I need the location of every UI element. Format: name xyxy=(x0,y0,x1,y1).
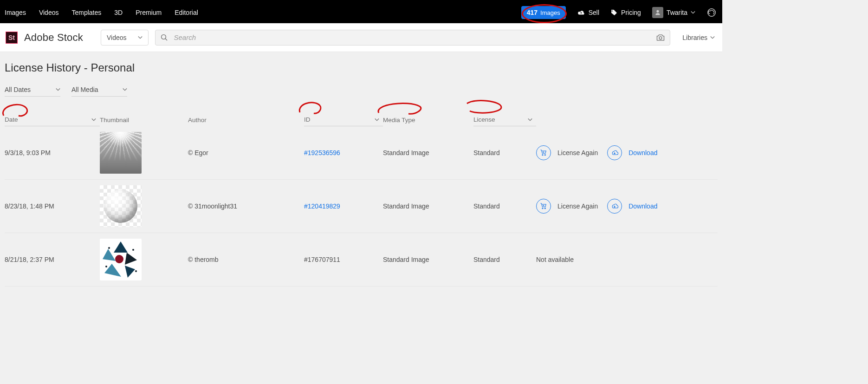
svg-point-15 xyxy=(105,266,107,267)
table-row: 8/23/18, 1:48 PM © 31moonlight31 #120419… xyxy=(5,180,718,233)
cell-author: © 31moonlight31 xyxy=(188,202,304,210)
global-nav: Images Videos Templates 3D Premium Edito… xyxy=(0,2,722,23)
cell-license: Standard xyxy=(473,149,536,156)
download-button[interactable] xyxy=(607,145,622,160)
nav-pricing[interactable]: Pricing xyxy=(610,9,641,16)
chevron-down-icon xyxy=(123,87,127,92)
svg-marker-8 xyxy=(103,249,116,261)
svg-point-5 xyxy=(542,208,543,209)
asset-id-link[interactable]: #192536596 xyxy=(304,149,340,156)
cell-date: 8/21/18, 2:37 PM xyxy=(5,256,100,263)
chevron-down-icon xyxy=(710,35,715,40)
cell-license: Standard xyxy=(473,256,536,263)
cell-media-type: Standard Image xyxy=(383,149,473,156)
svg-point-3 xyxy=(542,155,543,156)
cell-author: © theromb xyxy=(188,256,304,263)
cell-id: #192536596 xyxy=(304,149,383,156)
nav-link-images[interactable]: Images xyxy=(5,9,26,16)
thumbnail-image[interactable] xyxy=(100,132,142,174)
col-media-type-label: Media Type xyxy=(383,117,415,124)
nav-sell-label: Sell xyxy=(589,9,599,16)
chevron-down-icon xyxy=(91,117,96,122)
svg-point-6 xyxy=(544,208,545,209)
cell-date: 8/23/18, 1:48 PM xyxy=(5,202,100,210)
libraries-label: Libraries xyxy=(682,34,707,41)
cell-license: Standard xyxy=(473,202,536,210)
filter-media[interactable]: All Media xyxy=(71,83,127,97)
svg-point-13 xyxy=(108,247,110,249)
license-again-label: License Again xyxy=(557,149,598,156)
page-title: License History - Personal xyxy=(5,61,718,74)
col-thumbnail: Thumbnail xyxy=(100,113,188,126)
license-again-button[interactable] xyxy=(536,199,551,214)
cell-author: © Egor xyxy=(188,149,304,156)
cell-thumbnail[interactable] xyxy=(100,185,188,227)
cell-thumbnail[interactable] xyxy=(100,132,188,174)
svg-point-14 xyxy=(132,249,134,251)
cell-id: #120419829 xyxy=(304,202,383,210)
images-credit-badge[interactable]: 417 Images xyxy=(521,6,566,19)
chevron-down-icon xyxy=(138,35,143,40)
col-author: Author xyxy=(188,113,304,126)
svg-point-4 xyxy=(544,155,545,156)
cell-thumbnail[interactable] xyxy=(100,239,188,280)
cell-media-type: Standard Image xyxy=(383,202,473,210)
svg-point-16 xyxy=(135,270,137,272)
download-link[interactable]: Download xyxy=(628,202,657,210)
cell-id: #176707911 xyxy=(304,256,383,263)
tag-icon xyxy=(610,9,618,16)
images-credit-label: Images xyxy=(540,9,560,16)
camera-icon[interactable] xyxy=(656,33,665,42)
filter-dates-value: All Dates xyxy=(5,86,31,93)
adobe-stock-logo-icon[interactable]: St xyxy=(6,32,18,44)
table-row: 8/21/18, 2:37 PM © theromb #176707911 St… xyxy=(5,233,718,286)
download-button[interactable] xyxy=(607,199,622,214)
nav-link-videos[interactable]: Videos xyxy=(39,9,59,16)
search-box[interactable] xyxy=(155,30,671,46)
nav-link-editorial[interactable]: Editorial xyxy=(175,9,198,16)
nav-link-premium[interactable]: Premium xyxy=(136,9,162,16)
nav-link-templates[interactable]: Templates xyxy=(71,9,101,16)
cell-media-type: Standard Image xyxy=(383,256,473,263)
global-nav-left: Images Videos Templates 3D Premium Edito… xyxy=(5,9,198,16)
svg-marker-12 xyxy=(125,266,135,278)
asset-id: #176707911 xyxy=(304,256,340,263)
global-nav-right: 417 Images Sell Pricing Twarita xyxy=(521,6,717,19)
creative-cloud-icon[interactable] xyxy=(706,7,717,18)
col-id-label: ID xyxy=(304,116,311,123)
filter-media-value: All Media xyxy=(71,86,98,93)
col-actions xyxy=(536,113,718,126)
search-category-select[interactable]: Videos xyxy=(101,30,149,46)
libraries-menu[interactable]: Libraries xyxy=(677,34,717,41)
images-credit-count: 417 xyxy=(527,9,538,16)
nav-link-3d[interactable]: 3D xyxy=(114,9,123,16)
svg-marker-10 xyxy=(125,253,137,265)
chevron-down-icon xyxy=(691,10,695,15)
license-again-button[interactable] xyxy=(536,145,551,160)
brand-name: Adobe Stock xyxy=(24,32,83,44)
nav-user-name: Twarita xyxy=(667,9,687,16)
search-input[interactable] xyxy=(174,33,651,41)
chevron-down-icon xyxy=(528,117,532,122)
col-date[interactable]: Date xyxy=(5,113,100,126)
col-date-label: Date xyxy=(5,116,18,123)
thumbnail-image[interactable] xyxy=(100,185,142,227)
col-author-label: Author xyxy=(188,117,207,124)
col-thumbnail-label: Thumbnail xyxy=(100,117,129,124)
filter-dates[interactable]: All Dates xyxy=(5,83,60,97)
col-license[interactable]: License xyxy=(473,113,536,126)
svg-point-1 xyxy=(161,34,166,39)
not-available-label: Not available xyxy=(536,256,574,263)
nav-pricing-label: Pricing xyxy=(621,9,641,16)
search-icon xyxy=(160,33,168,42)
nav-sell[interactable]: Sell xyxy=(577,9,599,16)
nav-user-menu[interactable]: Twarita xyxy=(652,7,695,18)
cloud-upload-icon xyxy=(577,9,585,16)
table-row: 9/3/18, 9:03 PM © Egor #192536596 Standa… xyxy=(5,126,718,180)
col-id[interactable]: ID xyxy=(304,113,383,126)
svg-marker-7 xyxy=(114,241,128,253)
asset-id-link[interactable]: #120419829 xyxy=(304,202,340,210)
thumbnail-image[interactable] xyxy=(100,239,142,280)
col-media-type: Media Type xyxy=(383,113,473,126)
download-link[interactable]: Download xyxy=(628,149,657,156)
